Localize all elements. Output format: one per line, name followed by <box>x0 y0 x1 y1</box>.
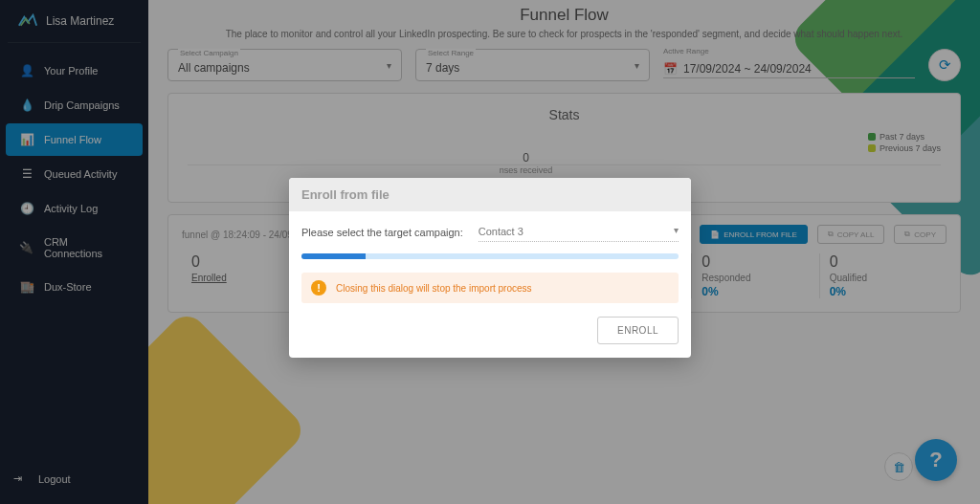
modal-title: Enroll from file <box>289 178 691 211</box>
btn-label: ENROLL <box>617 325 658 336</box>
modal-actions: ENROLL <box>301 317 679 344</box>
chevron-down-icon: ▾ <box>674 225 679 235</box>
modal-body: Please select the target campaign: Conta… <box>289 211 691 358</box>
select-value: Contact 3 <box>479 226 523 237</box>
enroll-from-file-modal: Enroll from file Please select the targe… <box>289 178 691 358</box>
import-progress <box>301 253 679 259</box>
campaign-prompt: Please select the target campaign: <box>301 227 463 238</box>
warning-icon: ! <box>311 280 326 296</box>
progress-bar-fill <box>301 253 366 259</box>
warning-text: Closing this dialog will stop the import… <box>336 283 532 294</box>
campaign-row: Please select the target campaign: Conta… <box>301 223 679 242</box>
warning-banner: ! Closing this dialog will stop the impo… <box>301 273 679 303</box>
enroll-button[interactable]: ENROLL <box>597 317 679 344</box>
target-campaign-select[interactable]: Contact 3 ▾ <box>479 223 679 242</box>
